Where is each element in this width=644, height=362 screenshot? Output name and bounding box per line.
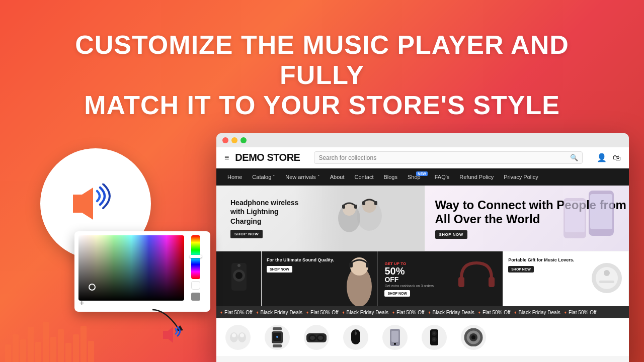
nav-item-contact[interactable]: Contact [350,168,379,186]
ticker-item-8: ♦ Black Friday Deals [514,310,560,315]
product-card-3-text: GET UP TO 50% OFF Get extra cashback on … [384,261,496,297]
search-bar[interactable]: 🔍 [314,151,583,164]
eq-bar [65,343,71,362]
hamburger-icon[interactable]: ≡ [224,153,229,162]
color-preview [191,293,200,301]
hero-banner-left-content: Headphone wireless with Lightning Chargi… [230,198,301,238]
sale-off: OFF [384,276,496,283]
product-circle-mouse [343,325,368,350]
svg-rect-9 [342,205,345,209]
hero-left-btn[interactable]: SHOP NOW [230,230,263,238]
svg-rect-10 [354,205,357,209]
close-button-dot[interactable] [222,137,228,143]
earbuds-svg [228,328,248,346]
product-circle-earbuds [225,325,251,350]
phone-svg [389,328,401,347]
product-circle-vr [304,325,329,350]
hero-banner-right: Way to Connect with People from All Over… [425,186,629,251]
svg-rect-33 [273,327,282,330]
product-card-2-text: For the Ultimate Sound Quality. SHOP NOW [267,257,334,273]
hero-people-graphic [309,188,410,248]
nav-item-shop[interactable]: Shop ˅ NEW [403,168,430,186]
phones-graphic [558,188,624,248]
svg-rect-35 [273,344,282,347]
ticker-item-2: ♦ Black Friday Deals [257,310,302,315]
color-gradient-area[interactable] [78,235,184,301]
speaker-svg [68,184,123,224]
product-card-3-btn[interactable]: SHOP NOW [384,290,410,297]
ticker-diamond-3: ♦ [306,310,308,315]
ticker-item-5: ♦ Flat 50% Off [392,310,425,315]
svg-rect-47 [391,331,398,342]
product-card-4-title: Portable Gift for Music Lovers. [508,257,574,263]
cart-icon[interactable]: 🛍 [613,153,621,162]
product-circle-watch [265,325,290,350]
woman-headphone-svg [342,251,377,306]
robot-vacuum-svg [589,260,624,296]
product-card-2-btn[interactable]: SHOP NOW [267,266,292,273]
svg-rect-28 [599,281,614,283]
hero-section: Headphone wireless with Lightning Chargi… [216,186,629,251]
bottom-product-speaker[interactable] [417,325,452,350]
svg-rect-14 [565,201,585,232]
product-card-4: Portable Gift for Music Lovers. SHOP NOW [503,251,629,306]
nav-item-catalog[interactable]: Catalog ˅ [247,168,280,186]
svg-point-31 [232,333,236,337]
minimize-button-dot[interactable] [231,137,237,143]
bottom-speaker-svg [162,325,186,345]
product-circle-speaker [422,325,447,350]
svg-point-41 [310,336,315,340]
svg-rect-7 [362,201,365,205]
ticker-item-4: ♦ Black Friday Deals [342,310,388,315]
nav-item-blogs[interactable]: Blogs [378,168,403,186]
product-card-4-btn[interactable]: SHOP NOW [508,266,534,273]
color-crosshair[interactable] [89,284,96,291]
bottom-product-mouse[interactable] [338,325,373,350]
product-card-1-content [226,260,252,298]
maximize-button-dot[interactable] [240,137,247,143]
bottom-product-earbuds[interactable] [220,325,256,350]
opacity-slider[interactable] [191,281,200,290]
nav-item-home[interactable]: Home [222,168,247,186]
ticker-diamond-4: ♦ [342,310,344,315]
hero-title-line2: MATCH IT TO YOUR STORE'S STYLE [40,90,604,121]
svg-marker-0 [73,188,93,220]
speaker-bottom-svg [429,328,439,346]
speaker-card-graphic [226,260,252,296]
svg-point-42 [318,336,323,340]
bottom-product-watch[interactable] [260,325,295,350]
eq-bar [13,334,19,362]
nav-item-refund[interactable]: Refund Policy [454,168,499,186]
nav-item-about[interactable]: About [325,168,350,186]
hue-thumb[interactable] [190,255,202,258]
svg-point-56 [471,335,475,339]
watch-svg [271,327,284,347]
nav-item-privacy[interactable]: Privacy Policy [499,168,543,186]
add-color-button[interactable]: + [79,299,84,308]
bottom-product-phone[interactable] [377,325,413,350]
hero-left-title: Headphone wireless with Lightning Chargi… [230,198,301,226]
svg-point-32 [240,333,244,337]
nav-item-faqs[interactable]: FAQ's [430,168,455,186]
nav-menu: Home Catalog ˅ New arrivals ˅ About Cont… [216,168,629,186]
svg-rect-12 [590,194,612,229]
svg-point-52 [433,332,435,334]
eq-bar [5,344,11,362]
nav-item-new-arrivals[interactable]: New arrivals ˅ [280,168,325,186]
user-icon[interactable]: 👤 [597,153,607,162]
eq-bar [43,322,49,362]
bottom-product-vr[interactable] [299,325,334,350]
vr-svg [305,330,328,344]
hero-right-btn[interactable]: SHOP NOW [435,230,467,239]
bottom-speaker-icon [161,322,187,348]
speaker-graphic [68,184,123,224]
search-input[interactable] [318,154,570,161]
bottom-product-camera[interactable] [456,325,491,350]
mouse-svg [350,328,361,346]
svg-point-27 [604,270,610,276]
product-card-2-image [342,251,377,306]
ticker-diamond-2: ♦ [257,310,259,315]
hue-slider[interactable] [191,235,200,279]
hero-banner-left: Headphone wireless with Lightning Chargi… [216,186,425,251]
search-icon[interactable]: 🔍 [570,154,578,161]
